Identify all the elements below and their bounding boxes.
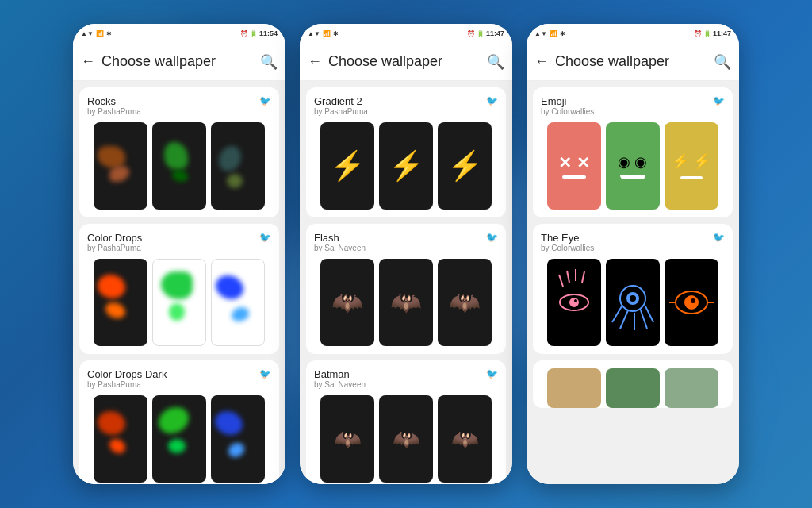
wallpaper-author-emoji: by Colorwallies: [541, 107, 594, 116]
twitter-icon-batman[interactable]: 🐦: [486, 368, 498, 379]
preview-rocks-1[interactable]: [94, 122, 147, 210]
status-left-1: ▲▼ 📶 ✱: [81, 30, 112, 37]
flash-green-icon: ⚡: [389, 149, 424, 183]
preview-colordrops-1[interactable]: [94, 259, 147, 346]
preview-partial-2[interactable]: [606, 368, 660, 408]
bat-green-icon: 🦇: [390, 287, 422, 318]
wallpaper-name-colordropsdark: Color Drops Dark: [87, 368, 167, 380]
wallpaper-info-colordrops: Color Drops by PashaPuma 🐦: [87, 232, 271, 252]
wallpaper-name-rocks: Rocks: [87, 95, 141, 107]
preview-gradient2-1[interactable]: ⚡: [320, 122, 374, 210]
wallpaper-info-emoji: Emoji by Colorwallies 🐦: [541, 95, 725, 116]
bat-icon-2: 🦇: [393, 426, 420, 452]
wifi-icon-3: 📶: [550, 30, 557, 37]
preview-gradient2-3[interactable]: ⚡: [438, 122, 492, 210]
signal-icon-2: ▲▼: [308, 30, 320, 37]
wallpaper-text-colordropsdark: Color Drops Dark by PashaPuma: [87, 368, 167, 389]
wallpaper-name-emoji: Emoji: [541, 95, 594, 107]
svg-line-7: [612, 306, 622, 322]
wallpaper-card-flash[interactable]: Flash by Sai Naveen 🐦 🦇 🦇 🦇: [306, 224, 506, 354]
splatter: [216, 275, 243, 299]
bat-red-icon: 🦇: [331, 287, 363, 318]
preview-eye-1[interactable]: [547, 259, 601, 346]
eye-svg-2: [606, 259, 660, 346]
splatter: [215, 411, 243, 435]
wallpaper-card-colordropsdark[interactable]: Color Drops Dark by PashaPuma 🐦: [79, 360, 279, 484]
splatter: [172, 170, 188, 182]
header-1: ← Choose wallpaper 🔍: [73, 43, 285, 81]
bat-gray-icon: 🦇: [449, 287, 481, 318]
preview-colordropsdark-2[interactable]: [152, 395, 206, 483]
twitter-icon-rocks[interactable]: 🐦: [259, 95, 271, 106]
wallpaper-card-emoji[interactable]: Emoji by Colorwallies 🐦 ✕ ✕: [533, 87, 733, 217]
wallpaper-card-batman[interactable]: Batman by Sai Naveen 🐦 🦇 🦇 🦇: [306, 360, 506, 484]
preview-eye-2[interactable]: [606, 259, 660, 346]
twitter-icon-colordropsdark[interactable]: 🐦: [259, 368, 271, 379]
preview-rocks-3[interactable]: [211, 122, 265, 210]
flash-gold-icon: ⚡: [447, 149, 483, 183]
wallpaper-card-rocks[interactable]: Rocks by PashaPuma 🐦: [79, 87, 279, 217]
back-button-1[interactable]: ←: [81, 53, 95, 70]
wallpaper-info-eye: The Eye by Colorwallies 🐦: [541, 232, 725, 252]
splatter: [98, 146, 125, 168]
status-right-2: ⏰ 🔋 11:47: [467, 29, 504, 37]
svg-point-6: [574, 299, 577, 302]
splatter: [227, 174, 243, 188]
back-button-2[interactable]: ←: [308, 53, 322, 70]
preview-emoji-3[interactable]: ⚡ ⚡: [665, 122, 718, 210]
preview-batman-2[interactable]: 🦇: [379, 395, 433, 483]
preview-flash-1[interactable]: 🦇: [320, 259, 374, 346]
alarm-icon-3: ⏰: [694, 30, 702, 37]
preview-colordropsdark-3[interactable]: [211, 395, 265, 483]
phone-1: ▲▼ 📶 ✱ ⏰ 🔋 11:54 ← Choose wallpaper 🔍 Ro…: [73, 24, 285, 484]
preview-emoji-1[interactable]: ✕ ✕: [547, 122, 601, 210]
alarm-icon-2: ⏰: [467, 30, 475, 37]
status-right-1: ⏰ 🔋 11:54: [240, 29, 278, 37]
wallpaper-previews-batman: 🦇 🦇 🦇: [314, 395, 498, 483]
splatter: [109, 439, 125, 453]
twitter-icon-gradient2[interactable]: 🐦: [486, 95, 498, 106]
splatter: [232, 307, 249, 321]
twitter-icon-flash[interactable]: 🐦: [486, 232, 498, 243]
preview-colordrops-2[interactable]: [152, 259, 206, 346]
wifi-icon-1: 📶: [96, 30, 104, 37]
preview-rocks-2[interactable]: [152, 122, 206, 210]
preview-emoji-2[interactable]: ◉ ◉: [606, 122, 660, 210]
svg-line-1: [567, 271, 569, 283]
preview-partial-3[interactable]: [665, 368, 718, 408]
wallpaper-previews-rocks: [87, 122, 271, 210]
preview-colordrops-3[interactable]: [211, 259, 265, 346]
battery-icon-2: 🔋: [477, 30, 485, 37]
phone-body-3: Emoji by Colorwallies 🐦 ✕ ✕: [527, 81, 739, 484]
splatter: [228, 443, 244, 457]
wallpaper-previews-gradient2: ⚡ ⚡ ⚡: [314, 122, 498, 210]
search-button-1[interactable]: 🔍: [260, 53, 278, 71]
search-button-3[interactable]: 🔍: [714, 53, 731, 71]
splatter: [169, 303, 185, 321]
twitter-icon-eye[interactable]: 🐦: [713, 232, 725, 243]
wallpaper-card-eye[interactable]: The Eye by Colorwallies 🐦: [533, 224, 733, 354]
signal-icon-1: ▲▼: [81, 30, 94, 37]
preview-batman-3[interactable]: 🦇: [438, 395, 492, 483]
phone-body-1: Rocks by PashaPuma 🐦: [73, 81, 285, 484]
preview-flash-3[interactable]: 🦇: [438, 259, 492, 346]
search-button-2[interactable]: 🔍: [487, 53, 504, 71]
preview-eye-3[interactable]: [665, 259, 718, 346]
eye-svg-3: [665, 259, 718, 346]
wallpaper-author-gradient2: by PashaPuma: [314, 107, 368, 116]
wallpaper-info-rocks: Rocks by PashaPuma 🐦: [87, 95, 271, 116]
signal-icon-3: ▲▼: [534, 30, 547, 37]
back-button-3[interactable]: ←: [534, 53, 549, 70]
preview-partial-1[interactable]: [547, 368, 601, 408]
wallpaper-previews-flash: 🦇 🦇 🦇: [314, 259, 498, 346]
wallpaper-info-colordropsdark: Color Drops Dark by PashaPuma 🐦: [87, 368, 271, 389]
preview-gradient2-2[interactable]: ⚡: [379, 122, 433, 210]
preview-colordropsdark-1[interactable]: [94, 395, 147, 483]
twitter-icon-colordrops[interactable]: 🐦: [259, 232, 271, 243]
preview-flash-2[interactable]: 🦇: [379, 259, 433, 346]
bluetooth-icon-1: ✱: [106, 30, 112, 37]
wallpaper-card-gradient2[interactable]: Gradient 2 by PashaPuma 🐦 ⚡ ⚡ ⚡: [306, 87, 506, 217]
twitter-icon-emoji[interactable]: 🐦: [713, 95, 725, 106]
preview-batman-1[interactable]: 🦇: [320, 395, 374, 483]
wallpaper-card-colordrops[interactable]: Color Drops by PashaPuma 🐦: [79, 224, 279, 354]
